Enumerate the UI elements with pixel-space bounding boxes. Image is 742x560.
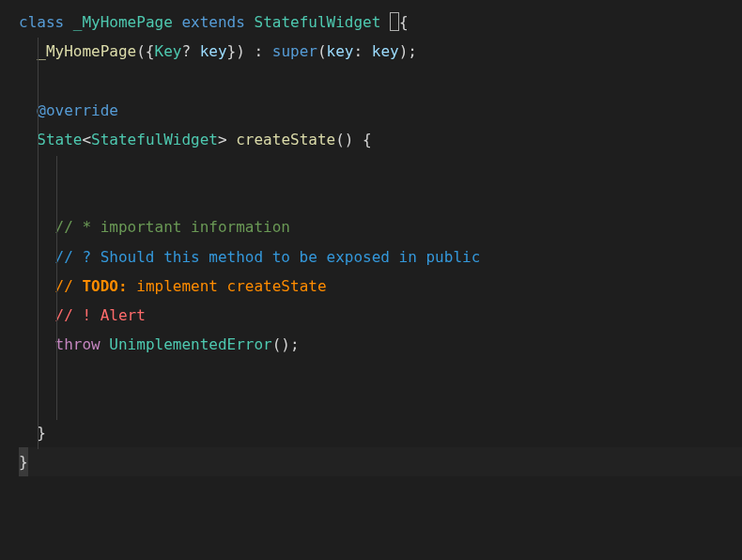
indent-guide-1	[38, 38, 39, 449]
code-line-11[interactable]: // ! Alert	[19, 301, 742, 330]
comment-question: // ? Should this method to be exposed in…	[55, 248, 481, 266]
code-line-8[interactable]: // * important information	[19, 212, 742, 241]
code-line-1[interactable]: class _MyHomePage extends StatefulWidget…	[19, 8, 742, 37]
class-brace-close: }	[19, 447, 28, 476]
constructor-name: _MyHomePage	[37, 42, 136, 60]
nullable-marker: ?	[181, 42, 191, 60]
generic-open: <	[82, 131, 91, 148]
code-line-12[interactable]: throw UnimplementedError();	[19, 330, 742, 359]
code-line-2[interactable]: _MyHomePage({Key? key}) : super(key: key…	[19, 37, 742, 66]
paren-open: ({	[136, 42, 154, 60]
code-line-16[interactable]: }	[19, 447, 742, 476]
comment-important: // * important information	[55, 218, 290, 236]
named-val: key	[372, 42, 399, 60]
code-line-15[interactable]: }	[19, 418, 742, 447]
return-type: State	[37, 131, 82, 148]
super-paren-open: (	[317, 42, 327, 60]
initializer-colon: :	[245, 42, 272, 60]
super-paren-close: );	[399, 42, 417, 60]
code-line-10[interactable]: // TODO: implement createState	[19, 272, 742, 301]
code-editor[interactable]: class _MyHomePage extends StatefulWidget…	[0, 8, 742, 476]
method-parens: ()	[335, 131, 353, 148]
method-brace-open: {	[353, 131, 371, 148]
key-type: Key	[155, 42, 182, 60]
code-line-6-blank[interactable]	[19, 154, 742, 183]
code-line-14-blank[interactable]	[19, 388, 742, 417]
generic-type: StatefulWidget	[91, 131, 218, 148]
code-line-9[interactable]: // ? Should this method to be exposed in…	[19, 242, 742, 272]
cursor-indicator	[390, 12, 399, 31]
class-name: _MyHomePage	[73, 13, 173, 31]
named-colon: :	[353, 42, 371, 60]
comment-alert: // ! Alert	[55, 306, 146, 324]
key-param: key	[200, 42, 227, 60]
method-name: createState	[236, 131, 335, 148]
code-line-13-blank[interactable]	[19, 359, 742, 388]
keyword-super: super	[272, 42, 317, 60]
keyword-extends: extends	[181, 13, 244, 31]
code-line-3-blank[interactable]	[19, 66, 742, 95]
keyword-throw: throw	[55, 335, 100, 353]
brace-open: {	[399, 13, 409, 31]
error-parens: ();	[272, 335, 300, 353]
code-line-7-blank[interactable]	[19, 183, 742, 212]
paren-close: })	[227, 42, 245, 60]
generic-close: >	[218, 131, 227, 148]
error-type: UnimplementedError	[109, 335, 271, 353]
named-label: key	[327, 42, 354, 60]
code-line-4[interactable]: @override	[19, 96, 742, 125]
override-annotation: @override	[37, 101, 118, 119]
comment-todo-prefix: //	[55, 277, 83, 295]
indent-guide-2	[56, 156, 57, 420]
comment-todo-text: implement createState	[128, 277, 327, 295]
parent-class: StatefulWidget	[255, 13, 381, 31]
comment-todo-keyword: TODO:	[82, 277, 127, 295]
keyword-class: class	[19, 13, 64, 31]
code-line-5[interactable]: State<StatefulWidget> createState() {	[19, 125, 742, 154]
